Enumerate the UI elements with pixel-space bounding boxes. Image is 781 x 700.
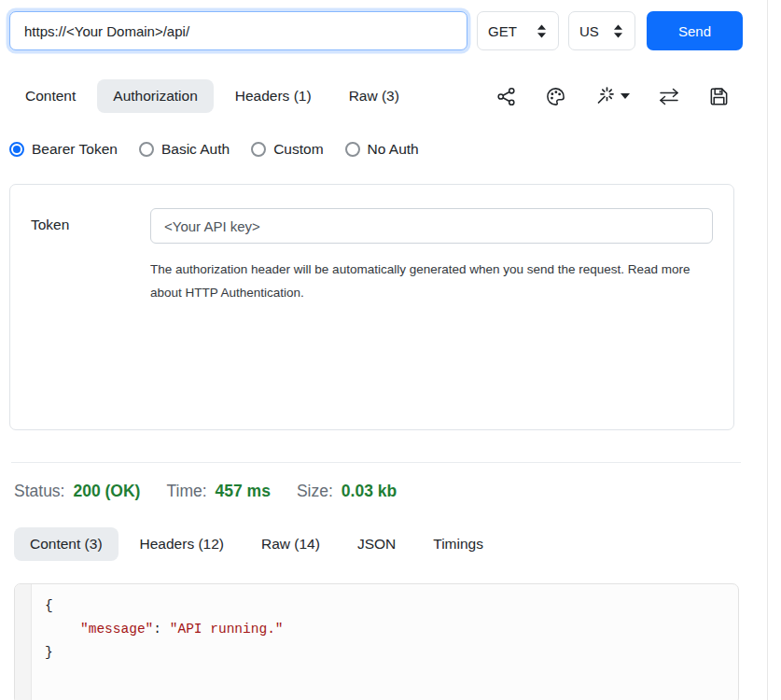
auth-option-no-auth[interactable]: No Auth [345,141,419,158]
response-body-viewer[interactable]: { "message": "API running." } [14,583,739,700]
tab-request-authorization[interactable]: Authorization [97,79,213,113]
swap-arrows-icon [658,86,680,106]
tab-request-headers[interactable]: Headers (1) [219,79,328,113]
radio-unselected-icon[interactable] [139,142,154,157]
section-divider [11,462,741,463]
time-pair: Time: 457 ms [166,482,270,501]
status-value: 200 (OK) [73,482,140,501]
request-tabs-row: Content Authorization Headers (1) Raw (3… [9,79,743,113]
theme-button[interactable] [545,86,566,107]
status-label: Status: [14,482,64,501]
save-button[interactable] [708,86,730,107]
tab-response-json[interactable]: JSON [342,527,411,561]
response-status-row: Status: 200 (OK) Time: 457 ms Size: 0.03… [9,482,743,501]
code-line: "message": "API running." [45,618,284,641]
tab-request-content[interactable]: Content [9,79,91,113]
tab-response-content[interactable]: Content (3) [14,527,119,561]
token-input[interactable] [150,208,713,244]
auth-type-options: Bearer Token Basic Auth Custom No Auth [9,141,743,158]
token-label: Token [31,208,150,406]
stepper-arrows-icon [612,24,624,38]
time-value: 457 ms [216,482,271,501]
stepper-arrows-icon [536,24,548,38]
swap-request-response-button[interactable] [658,86,680,106]
size-value: 0.03 kb [342,482,397,501]
tab-response-timings[interactable]: Timings [417,527,499,561]
method-select[interactable]: GET [477,11,559,50]
radio-unselected-icon[interactable] [251,142,266,157]
palette-icon [545,86,566,107]
tab-response-headers[interactable]: Headers (12) [124,527,240,561]
auth-option-label: No Auth [368,141,419,158]
auth-option-bearer-token[interactable]: Bearer Token [9,141,118,158]
auth-option-label: Basic Auth [161,141,230,158]
code-line: } [45,641,284,665]
radio-selected-icon[interactable] [9,142,24,157]
json-key: "message" [80,622,153,637]
magic-wand-icon [594,85,617,107]
token-help-text: The authorization header will be automat… [150,258,703,304]
send-button[interactable]: Send [647,11,743,50]
share-button[interactable] [495,86,517,107]
size-label: Size: [297,482,333,501]
auth-option-basic-auth[interactable]: Basic Auth [139,141,230,158]
region-select[interactable]: US [568,11,635,50]
request-bar: GET US Send [9,11,743,50]
method-select-value: GET [488,23,517,39]
json-value: "API running." [170,622,284,637]
response-json-code: { "message": "API running." } [32,584,284,700]
tab-request-raw[interactable]: Raw (3) [333,79,415,113]
time-label: Time: [166,482,206,501]
url-input[interactable] [9,11,467,50]
code-gutter [15,584,32,700]
auth-option-label: Custom [273,141,323,158]
region-select-value: US [579,23,599,39]
size-pair: Size: 0.03 kb [297,482,397,501]
chevron-down-icon [621,93,630,99]
auth-option-label: Bearer Token [32,141,118,158]
bearer-token-panel: Token The authorization header will be a… [9,184,734,430]
save-icon [708,86,730,107]
request-toolbar [495,85,743,107]
generate-code-button[interactable] [594,85,630,107]
share-icon [495,86,517,107]
page-edge-divider [767,0,768,700]
json-separator: : [153,622,169,637]
response-tabs-row: Content (3) Headers (12) Raw (14) JSON T… [9,527,743,561]
auth-option-custom[interactable]: Custom [251,141,323,158]
tab-response-raw[interactable]: Raw (14) [245,527,336,561]
code-line: { [45,595,284,618]
status-pair: Status: 200 (OK) [14,482,140,501]
radio-unselected-icon[interactable] [345,142,360,157]
api-client-page: GET US Send Content Authorization Header… [0,0,743,700]
